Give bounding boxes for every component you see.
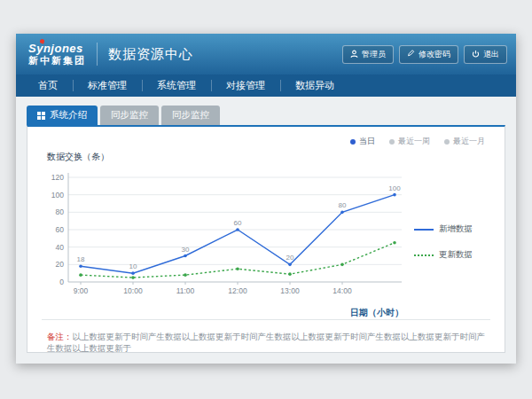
svg-text:30: 30 (182, 246, 190, 254)
page-title: 数据资源中心 (108, 46, 193, 63)
svg-text:60: 60 (234, 219, 242, 227)
series-legend: 新增数据 更新数据 (411, 223, 490, 261)
legend-item-last-month[interactable]: 最近一月 (444, 136, 485, 147)
svg-text:60: 60 (56, 225, 65, 234)
svg-text:20: 20 (56, 260, 65, 269)
solid-line-icon (414, 229, 434, 231)
power-icon (472, 50, 480, 59)
nav-item-standard-mgmt[interactable]: 标准管理 (73, 74, 142, 97)
user-icon (350, 50, 358, 59)
svg-text:80: 80 (56, 207, 65, 216)
legend-item-updated-data[interactable]: 更新数据 (414, 249, 490, 261)
legend-item-new-data[interactable]: 新增数据 (414, 223, 490, 235)
nav-item-connection-mgmt[interactable]: 对接管理 (211, 74, 280, 97)
svg-text:20: 20 (286, 254, 294, 262)
legend-item-last-week[interactable]: 最近一周 (389, 136, 430, 147)
footnote-label: 备注： (47, 332, 73, 341)
edit-icon (407, 50, 415, 59)
svg-text:0: 0 (59, 278, 64, 286)
legend-dot-icon (389, 139, 395, 145)
svg-text:10:00: 10:00 (123, 286, 143, 295)
x-axis-title: 日期（小时） (42, 307, 411, 319)
nav-item-home[interactable]: 首页 (23, 74, 73, 97)
admin-user-button[interactable]: 管理员 (342, 45, 394, 64)
svg-text:12:00: 12:00 (228, 286, 247, 295)
tab-sync-monitor-1[interactable]: 同步监控 (100, 106, 159, 125)
svg-text:80: 80 (339, 201, 347, 209)
tab-bar: 系统介绍 同步监控 同步监控 (27, 106, 505, 125)
footnote-text: 以上数据更新于时间产生数据以上数据更新于时间产生数据以上数据更新于时间产生数据以… (47, 332, 485, 353)
chart-container: 0204060801001209:0010:0011:0012:0013:001… (42, 165, 411, 319)
main-nav: 首页 标准管理 系统管理 对接管理 数据异动 (16, 74, 516, 97)
chart-panel: 当日 最近一周 最近一月 数据交换（条） 0204060801001209:00… (27, 125, 505, 353)
grid-icon (37, 112, 45, 120)
logout-button[interactable]: 退出 (464, 45, 507, 64)
svg-text:100: 100 (388, 184, 401, 192)
tab-sync-monitor-2[interactable]: 同步监控 (161, 106, 220, 125)
dotted-line-icon (414, 254, 434, 256)
logo: Synjones 新中新集团 (25, 43, 86, 66)
content-area: 系统介绍 同步监控 同步监控 当日 最近一周 (16, 97, 516, 364)
svg-text:18: 18 (77, 255, 85, 263)
y-axis-title: 数据交换（条） (47, 151, 490, 163)
header-divider (97, 43, 98, 66)
legend-dot-icon (350, 139, 356, 145)
app-header: Synjones 新中新集团 数据资源中心 管理员 (16, 34, 516, 74)
svg-text:9:00: 9:00 (74, 286, 89, 295)
nav-item-data-changes[interactable]: 数据异动 (280, 74, 349, 97)
logo-text-cn: 新中新集团 (28, 55, 86, 66)
app-window: Synjones 新中新集团 数据资源中心 管理员 (16, 34, 516, 364)
header-actions: 管理员 修改密码 退出 (342, 45, 507, 64)
nav-item-system-mgmt[interactable]: 系统管理 (142, 74, 211, 97)
time-range-legend: 当日 最近一周 最近一月 (42, 134, 490, 151)
svg-text:14:00: 14:00 (332, 286, 352, 295)
footnote: 备注：以上数据更新于时间产生数据以上数据更新于时间产生数据以上数据更新于时间产生… (42, 319, 490, 367)
svg-text:120: 120 (51, 173, 64, 182)
svg-text:40: 40 (56, 243, 65, 252)
change-password-button[interactable]: 修改密码 (399, 45, 458, 64)
legend-dot-icon (444, 139, 450, 145)
tab-system-intro[interactable]: 系统介绍 (27, 106, 98, 125)
chart-row: 0204060801001209:0010:0011:0012:0013:001… (42, 165, 490, 319)
svg-text:11:00: 11:00 (176, 286, 195, 295)
line-chart: 0204060801001209:0010:0011:0012:0013:001… (42, 165, 409, 305)
svg-text:100: 100 (51, 191, 64, 200)
legend-item-today[interactable]: 当日 (350, 136, 375, 147)
svg-text:10: 10 (129, 262, 137, 270)
svg-text:13:00: 13:00 (280, 286, 300, 295)
logo-text-en: Synjones (28, 43, 86, 55)
